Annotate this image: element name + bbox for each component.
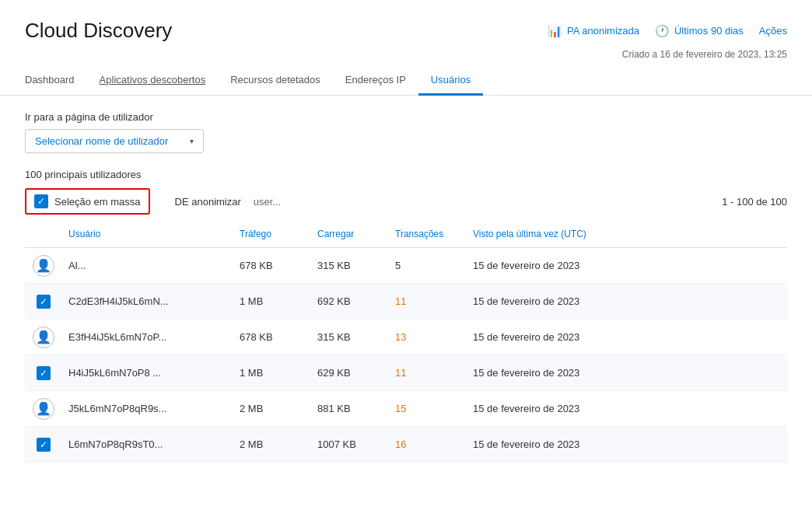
col-transacoes: 5 — [389, 252, 467, 279]
table-row: ✓C2dE3fH4iJ5kL6mN...1 MB692 KB1115 de fe… — [25, 284, 787, 320]
date-range-label: Últimos 90 dias — [674, 25, 744, 37]
bulk-user-label: user... — [254, 196, 281, 208]
avatar-icon: 👤 — [33, 398, 54, 420]
table-row: ✓H4iJ5kL6mN7oP8 ...1 MB629 KB1115 de fev… — [25, 355, 787, 391]
col-usuario: L6mN7oP8qR9sT0... — [62, 431, 233, 458]
col-carregar: 629 KB — [311, 359, 389, 386]
col-header-transacoes: Transações — [389, 225, 467, 243]
bulk-bar: ✓ Seleção em massa — [25, 188, 150, 215]
dropdown-placeholder: Selecionar nome de utilizador — [35, 135, 168, 147]
col-visto: 15 de fevereiro de 2023 — [467, 359, 787, 386]
col-trafego: 2 MB — [233, 395, 311, 422]
table-body: 👤Al...678 KB315 KB515 de fevereiro de 20… — [25, 248, 787, 463]
tab-usuarios[interactable]: Usuários — [418, 66, 483, 96]
col-trafego: 678 KB — [233, 252, 311, 279]
bulk-label: Seleção em massa — [54, 196, 141, 208]
content: Ir para a página de utilizador Seleciona… — [0, 96, 812, 478]
table-row: 👤Al...678 KB315 KB515 de fevereiro de 20… — [25, 248, 787, 284]
col-visto: 15 de fevereiro de 2023 — [467, 323, 787, 351]
col-header-avatar — [25, 225, 62, 243]
col-header-carregar: Carregar — [311, 225, 389, 243]
col-transacoes: 15 — [389, 395, 467, 422]
header: Cloud Discovery 📊 PA anonimizada 🕐 Últim… — [0, 0, 812, 49]
col-header-trafego: Tráfego — [233, 225, 311, 243]
table: Usuário Tráfego Carregar Transações Vist… — [25, 221, 787, 463]
avatar-cell[interactable]: ✓ — [25, 438, 62, 452]
avatar-cell[interactable]: ✓ — [25, 295, 62, 309]
avatar-cell[interactable]: 👤 — [25, 255, 62, 277]
bulk-select-checkbox[interactable]: ✓ — [34, 194, 48, 208]
avatar-cell[interactable]: ✓ — [25, 366, 62, 380]
col-carregar: 881 KB — [311, 395, 389, 422]
col-transacoes: 16 — [389, 431, 467, 458]
col-usuario: Al... — [62, 252, 233, 279]
col-trafego: 2 MB — [233, 431, 311, 458]
top-users-label: 100 principais utilizadores — [25, 169, 787, 180]
actions-bar: ✓ Seleção em massa DE anonimizar user...… — [25, 188, 787, 215]
table-row: ✓L6mN7oP8qR9sT0...2 MB1007 KB1615 de fev… — [25, 427, 787, 463]
row-checkbox-checked[interactable]: ✓ — [37, 366, 51, 380]
table-header: Usuário Tráfego Carregar Transações Vist… — [25, 221, 787, 248]
row-checkbox-checked[interactable]: ✓ — [37, 295, 51, 309]
tab-recursos[interactable]: Recursos detetados — [218, 66, 333, 96]
avatar-icon: 👤 — [33, 255, 54, 277]
page-title: Cloud Discovery — [25, 19, 172, 43]
pagination-label: 1 - 100 de 100 — [722, 196, 787, 208]
col-trafego: 1 MB — [233, 359, 311, 386]
header-actions: 📊 PA anonimizada 🕐 Últimos 90 dias Ações — [548, 24, 787, 38]
avatar-cell[interactable]: 👤 — [25, 398, 62, 420]
tab-dashboard[interactable]: Dashboard — [25, 66, 87, 96]
col-visto: 15 de fevereiro de 2023 — [467, 252, 787, 279]
col-visto: 15 de fevereiro de 2023 — [467, 431, 787, 458]
acoes-label: Ações — [759, 25, 787, 37]
col-carregar: 315 KB — [311, 323, 389, 351]
avatar-icon: 👤 — [33, 327, 54, 348]
col-transacoes: 11 — [389, 288, 467, 315]
tab-ips[interactable]: Endereços IP — [333, 66, 418, 96]
col-carregar: 315 KB — [311, 252, 389, 279]
table-row: 👤E3fH4iJ5kL6mN7oP...678 KB315 KB1315 de … — [25, 320, 787, 355]
date-range-button[interactable]: 🕐 Últimos 90 dias — [655, 24, 744, 38]
col-transacoes: 13 — [389, 323, 467, 351]
pa-anonimizada-button[interactable]: 📊 PA anonimizada — [548, 24, 639, 38]
chevron-down-icon: ▾ — [190, 137, 194, 145]
pa-anonimizada-label: PA anonimizada — [567, 25, 639, 37]
clock-icon: 🕐 — [655, 24, 670, 38]
page: Cloud Discovery 📊 PA anonimizada 🕐 Últim… — [0, 0, 812, 510]
de-anonimizar-button[interactable]: DE anonimizar — [175, 196, 241, 208]
avatar-cell[interactable]: 👤 — [25, 327, 62, 348]
tab-apps[interactable]: Aplicativos descobertos — [87, 66, 219, 96]
tabs-bar: Dashboard Aplicativos descobertos Recurs… — [0, 66, 812, 96]
col-carregar: 1007 KB — [311, 431, 389, 458]
chart-icon: 📊 — [548, 24, 562, 38]
col-trafego: 678 KB — [233, 323, 311, 351]
user-select-dropdown[interactable]: Selecionar nome de utilizador ▾ — [25, 129, 204, 153]
col-header-visto: Visto pela última vez (UTC) — [467, 225, 787, 243]
col-usuario: C2dE3fH4iJ5kL6mN... — [62, 288, 233, 315]
col-trafego: 1 MB — [233, 288, 311, 315]
col-usuario: J5kL6mN7oP8qR9s... — [62, 395, 233, 422]
col-visto: 15 de fevereiro de 2023 — [467, 395, 787, 422]
row-checkbox-checked[interactable]: ✓ — [37, 438, 51, 452]
col-usuario: H4iJ5kL6mN7oP8 ... — [62, 359, 233, 386]
created-line: Criado a 16 de fevereiro de 2023, 13:25 — [0, 49, 812, 66]
col-usuario: E3fH4iJ5kL6mN7oP... — [62, 323, 233, 351]
table-row: 👤J5kL6mN7oP8qR9s...2 MB881 KB1515 de fev… — [25, 391, 787, 427]
user-nav-label: Ir para a página de utilizador — [25, 111, 787, 123]
col-carregar: 692 KB — [311, 288, 389, 315]
col-transacoes: 11 — [389, 359, 467, 386]
col-visto: 15 de fevereiro de 2023 — [467, 288, 787, 315]
acoes-button[interactable]: Ações — [759, 25, 787, 37]
col-header-usuario: Usuário — [62, 225, 233, 243]
